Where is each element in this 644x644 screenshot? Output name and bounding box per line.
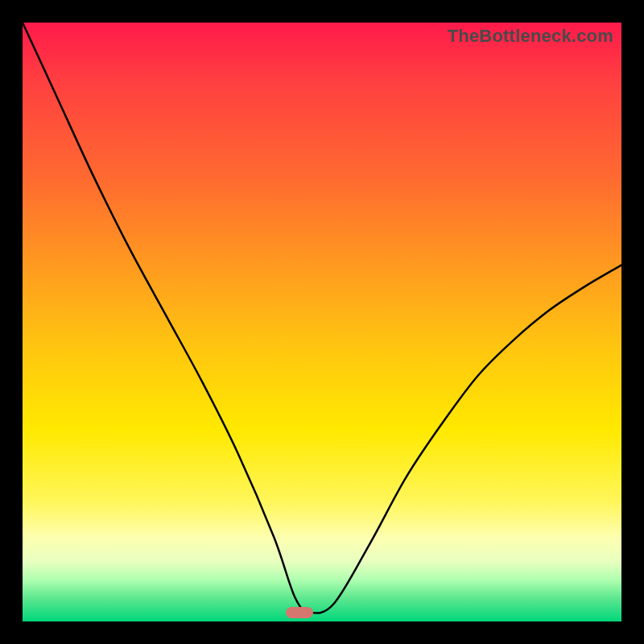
chart-stage: TheBottleneck.com (0, 0, 644, 644)
bottleneck-curve (23, 23, 621, 621)
watermark-label: TheBottleneck.com (448, 26, 613, 47)
chart-plot-area: TheBottleneck.com (23, 23, 621, 621)
optimal-point-marker (286, 607, 313, 618)
